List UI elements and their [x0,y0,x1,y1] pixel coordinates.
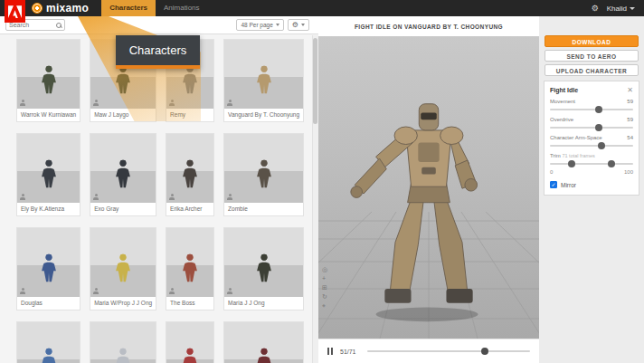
user-menu[interactable]: Khalid [607,5,635,13]
character-card[interactable]: Ely By K.Atienza [16,133,80,216]
character-silhouette [252,243,276,293]
character-badge-icon [20,288,25,294]
character-card[interactable]: Maria J J Ong [223,227,304,310]
slider-handle[interactable] [595,124,602,131]
character-card[interactable]: Douglas [16,227,80,310]
caret-down-icon [276,24,279,26]
upload-character-button[interactable]: UPLOAD CHARACTER [545,64,639,76]
per-page-label: 48 Per page [241,22,272,28]
slider-value: 54 [627,135,633,140]
frame-icon[interactable]: ⊞ [322,284,327,291]
pause-button[interactable] [327,348,333,355]
character-badge-icon [227,100,232,106]
character-badge-icon [20,100,25,106]
character-card[interactable] [166,321,214,363]
settings-icon[interactable]: ⚙ [592,5,599,13]
character-name: The Boss [166,297,213,310]
character-card[interactable]: Exo Gray [90,133,156,216]
character-card[interactable] [16,321,80,363]
trim-note: 71 total frames [562,153,594,158]
mixamo-logo[interactable]: mixamo [32,2,89,14]
character-thumbnail [17,40,80,109]
trim-min-label: 0 [550,169,553,175]
character-grid: Warrok W Kurniawan Maw J Laygo Remy [0,34,318,363]
adobe-logo[interactable] [5,0,25,23]
camera-toolbar: ◎ + ⊞ ↻ ⌖ [322,266,327,310]
per-page-dropdown[interactable]: 48 Per page [236,19,283,31]
grid-scrollbar-thumb[interactable] [313,38,317,124]
grid-settings-button[interactable]: ⚙ [288,19,309,31]
close-icon[interactable]: ✕ [627,87,633,93]
trim-track[interactable] [550,163,633,165]
character-card[interactable]: The Boss [166,227,214,310]
character-silhouette [252,54,276,105]
character-silhouette [37,148,61,199]
character-badge-icon [169,288,175,294]
character-badge-icon [93,100,99,106]
trim-start-handle[interactable] [568,160,575,167]
character-model [340,62,517,326]
character-card[interactable]: Warrok W Kurniawan [16,39,80,122]
tab-characters[interactable]: Characters [101,0,156,16]
slider-handle[interactable] [595,106,602,113]
character-name: Maw J Laygo [90,109,156,121]
target-icon[interactable]: ⌖ [322,302,327,310]
character-badge-icon [169,100,175,106]
slider-control: Overdrive 59 [550,117,633,129]
download-button[interactable]: DOWNLOAD [545,35,639,47]
slider-handle[interactable] [598,142,605,149]
tab-animations[interactable]: Animations [156,0,208,16]
send-to-aero-button[interactable]: SEND TO AERO [545,50,639,62]
character-silhouette [37,243,61,293]
character-thumbnail [224,322,303,363]
character-name: Maria J J Ong [224,297,303,310]
character-card[interactable] [223,321,304,363]
playhead-handle[interactable] [481,348,488,355]
timeline-track[interactable] [367,350,530,352]
caret-down-icon [630,7,635,10]
character-card[interactable] [90,321,156,363]
tooltip-label: Characters [129,43,187,57]
character-card[interactable]: Vanguard By T. Choonyung [223,39,304,122]
character-badge-icon [93,288,99,294]
action-sidebar: DOWNLOAD SEND TO AERO UPLOAD CHARACTER F… [539,16,644,363]
character-badge-icon [169,194,175,200]
character-silhouette [252,148,276,199]
character-silhouette [111,337,135,363]
character-silhouette [178,148,202,199]
pan-icon[interactable]: + [322,275,327,282]
character-name: Warrok W Kurniawan [17,109,80,121]
stage-3d[interactable]: ◎ + ⊞ ↻ ⌖ [318,36,539,339]
character-silhouette [178,337,202,363]
character-badge-icon [227,288,232,294]
character-silhouette [178,243,202,293]
character-card[interactable]: Zombie [223,133,304,216]
slider-track[interactable] [550,109,633,110]
character-badge-icon [20,194,25,200]
slider-track[interactable] [550,145,633,147]
trim-end-handle[interactable] [608,160,615,167]
nav-right: ⚙ Khalid [592,5,644,13]
character-name: Remy [166,109,213,121]
character-card[interactable]: Maria W/Prop J J Ong [90,227,156,310]
character-name: Exo Gray [90,203,156,215]
slider-value: 59 [627,117,633,122]
viewport: FIGHT IDLE ON VANGUARD BY T. CHOONYUNG [318,16,539,363]
orbit-icon[interactable]: ◎ [322,266,327,273]
slider-track[interactable] [550,127,633,129]
character-thumbnail [224,40,303,109]
gear-icon: ⚙ [292,22,298,29]
toolbar-right: 48 Per page ⚙ [236,19,309,31]
reset-camera-icon[interactable]: ↻ [322,293,327,301]
character-name: Douglas [17,297,80,310]
slider-list: Movement 59 Overdrive 59 Character Arm-S… [550,99,633,147]
mirror-checkbox[interactable] [550,181,557,188]
adobe-a-icon [8,5,22,18]
character-thumbnail [224,134,303,203]
character-badge-icon [227,194,232,200]
search-input[interactable] [9,22,56,28]
character-thumbnail [90,322,156,363]
character-card[interactable]: Erika Archer [166,133,214,216]
trim-max-label: 100 [624,169,633,175]
character-name: Maria W/Prop J J Ong [90,297,156,310]
